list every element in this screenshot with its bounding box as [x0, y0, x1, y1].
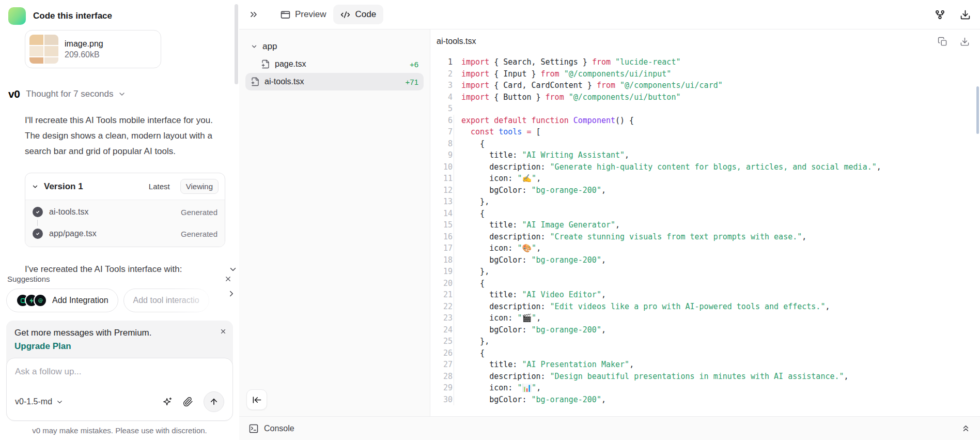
- app-window-icon: [281, 10, 290, 20]
- editor-filename: ai-tools.tsx: [437, 37, 476, 46]
- editor-header: ai-tools.tsx: [430, 29, 980, 53]
- version-card: Version 1 Latest Viewing ai-tools.tsx Ge…: [25, 173, 225, 247]
- version-file-name: app/page.tsx: [49, 229, 175, 238]
- v0-logo: v0: [8, 88, 20, 100]
- chevrons-up-icon[interactable]: [961, 423, 971, 433]
- code-line: 26 {: [430, 347, 980, 359]
- connector-line: [37, 220, 38, 226]
- git-fork-icon[interactable]: [935, 9, 945, 20]
- code-line: 20 {: [430, 278, 980, 290]
- chevron-down-icon: [251, 43, 258, 50]
- thought-toggle[interactable]: Thought for 7 seconds: [26, 89, 126, 99]
- suggestions-panel: Suggestions: [0, 275, 239, 312]
- chevron-down-icon: [118, 90, 126, 98]
- attachment-name: image.png: [65, 39, 103, 49]
- code-line: 17 icon: "🎨",: [430, 242, 980, 254]
- file-row-page[interactable]: page.tsx +6: [256, 55, 424, 73]
- code-line: 9 title: "AI Writing Assistant",: [430, 149, 980, 161]
- code-line: 8 {: [430, 138, 980, 150]
- add-tool-interaction-button[interactable]: Add tool interactio: [123, 289, 209, 312]
- version-file-row[interactable]: app/page.tsx Generated: [32, 226, 219, 241]
- code-line: 6export default function Component() {: [430, 115, 980, 127]
- code-line: 10 description: "Generate high-quality c…: [430, 161, 980, 173]
- disclaimer-text: v0 may make mistakes. Please use with di…: [0, 421, 239, 440]
- code-line: 28 description: "Design beautiful presen…: [430, 371, 980, 383]
- model-name: v0-1.5-md: [15, 397, 52, 406]
- chevron-down-icon: [32, 183, 39, 190]
- tab-preview[interactable]: Preview: [273, 5, 333, 24]
- code-line: 14 {: [430, 208, 980, 220]
- user-message: Code this interface: [8, 7, 231, 25]
- console-label: Console: [264, 424, 294, 433]
- scroll-down-indicator[interactable]: [228, 265, 238, 274]
- sparkles-icon[interactable]: [162, 397, 173, 407]
- add-integration-button[interactable]: Add Integration: [6, 289, 118, 312]
- code-line: 27 title: "AI Presentation Maker",: [430, 359, 980, 371]
- sidebar-scrollbar[interactable]: [235, 4, 238, 84]
- collapse-panel-button[interactable]: [246, 389, 267, 410]
- code-line: 24 bgColor: "bg-orange-200",: [430, 324, 980, 336]
- code-line: 25 },: [430, 336, 980, 347]
- code-line: 7 const tools = [: [430, 126, 980, 138]
- assistant-header: v0 Thought for 7 seconds: [8, 88, 231, 100]
- code-line: 2import { Input } from "@/components/ui/…: [430, 68, 980, 80]
- chat-sidebar: Code this interface image.png 209.60kB v…: [0, 0, 239, 440]
- send-button[interactable]: [204, 391, 224, 412]
- version-file-status: Generated: [181, 208, 217, 217]
- attachment-card[interactable]: image.png 209.60kB: [25, 30, 161, 68]
- version-header[interactable]: Version 1 Latest Viewing: [25, 173, 225, 200]
- check-circle-icon: [33, 207, 43, 217]
- code-line: 30 bgColor: "bg-orange-200",: [430, 394, 980, 406]
- file-row-ai-tools[interactable]: ai-tools.tsx +71: [245, 73, 424, 90]
- assistant-paragraph: I've recreated the AI Tools interface wi…: [25, 262, 217, 272]
- suggestion-pills: Add Integration Add tool interactio: [6, 289, 233, 312]
- workspace: app page.tsx +6 ai-tools.tsx +71: [239, 29, 980, 416]
- code-line: 23 icon: "🎬",: [430, 312, 980, 324]
- code-line: 12 bgColor: "bg-orange-200",: [430, 185, 980, 196]
- code-lines[interactable]: 1import { Search, Settings } from "lucid…: [430, 53, 980, 416]
- copy-icon[interactable]: [938, 37, 947, 47]
- download-icon[interactable]: [960, 37, 970, 47]
- version-title: Version 1: [44, 181, 144, 192]
- chevron-right-icon[interactable]: [227, 289, 236, 298]
- pill-label: Add tool interactio: [133, 296, 199, 305]
- close-icon[interactable]: [224, 275, 232, 283]
- code-line: 5: [430, 103, 980, 115]
- console-bar[interactable]: Console: [239, 416, 980, 440]
- code-editor: ai-tools.tsx 1import { Search, Settings …: [430, 29, 980, 416]
- suggestions-title: Suggestions: [7, 275, 50, 283]
- tab-code[interactable]: Code: [333, 5, 383, 24]
- spiral-icon: [34, 294, 47, 307]
- version-latest-label: Latest: [149, 182, 170, 191]
- code-line: 29 icon: "📊",: [430, 382, 980, 394]
- file-tree: app page.tsx +6 ai-tools.tsx +71: [239, 29, 430, 416]
- upgrade-plan-link[interactable]: Upgrade Plan: [14, 341, 71, 352]
- code-line: 3import { Card, CardContent } from "@/co…: [430, 80, 980, 92]
- check-circle-icon: [33, 229, 43, 239]
- chat-messages: Code this interface image.png 209.60kB v…: [0, 0, 239, 272]
- user-avatar: [8, 7, 26, 25]
- model-selector[interactable]: v0-1.5-md: [15, 397, 64, 406]
- folder-name: app: [262, 41, 277, 52]
- main-area: Preview Code: [239, 0, 980, 440]
- close-icon[interactable]: [220, 328, 227, 335]
- viewing-button[interactable]: Viewing: [180, 179, 219, 194]
- code-line: 13 },: [430, 196, 980, 208]
- code-line: 1import { Search, Settings } from "lucid…: [430, 56, 980, 68]
- version-file-status: Generated: [181, 230, 217, 238]
- v0-app: Code this interface image.png 209.60kB v…: [0, 0, 980, 440]
- code-line: 19 },: [430, 266, 980, 278]
- version-files: ai-tools.tsx Generated app/page.tsx Gene…: [25, 200, 225, 247]
- folder-app[interactable]: app: [245, 38, 424, 55]
- download-icon[interactable]: [960, 9, 971, 20]
- editor-scrollbar[interactable]: [976, 86, 979, 134]
- paperclip-icon[interactable]: [183, 397, 193, 407]
- file-plus-icon: [261, 59, 270, 69]
- follow-up-input[interactable]: [15, 367, 224, 377]
- chevrons-right-icon[interactable]: [248, 9, 259, 20]
- diff-badge: +71: [406, 78, 418, 86]
- version-file-row[interactable]: ai-tools.tsx Generated: [32, 204, 219, 220]
- assistant-paragraph: I'll recreate this AI Tools mobile inter…: [25, 113, 217, 159]
- code-line: 16 description: "Create stunning visuals…: [430, 231, 980, 243]
- code-line: 21 title: "AI Video Editor",: [430, 289, 980, 301]
